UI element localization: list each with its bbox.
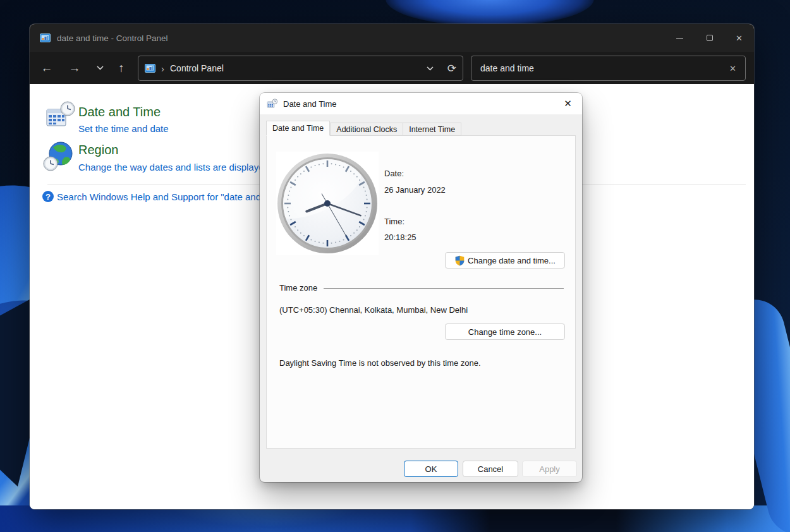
result-region-link[interactable]: Region <box>78 143 118 157</box>
dialog-close-icon: ✕ <box>564 98 572 109</box>
clock-face <box>276 152 379 255</box>
help-icon: ? <box>42 191 54 202</box>
time-label: Time: <box>384 217 404 226</box>
forward-button[interactable]: → <box>65 52 84 84</box>
dialog-date-time-icon <box>267 99 278 109</box>
refresh-icon[interactable]: ⟳ <box>447 62 456 75</box>
date-value: 26 January 2022 <box>384 185 446 195</box>
tab-additional-clocks[interactable]: Additional Clocks <box>330 123 403 136</box>
date-time-dialog: Date and Time ✕ Date and Time Additional… <box>260 93 582 482</box>
address-dropdown-icon[interactable] <box>427 66 434 71</box>
close-icon: ✕ <box>736 33 743 43</box>
back-icon: ← <box>41 61 53 75</box>
change-time-zone-button[interactable]: Change time zone... <box>445 323 565 340</box>
minimize-icon <box>676 38 683 39</box>
close-button[interactable]: ✕ <box>724 24 754 52</box>
timezone-value: (UTC+05:30) Chennai, Kolkata, Mumbai, Ne… <box>279 305 468 315</box>
breadcrumb[interactable]: Control Panel <box>170 63 224 73</box>
date-time-icon <box>46 100 76 131</box>
cancel-button[interactable]: Cancel <box>463 461 518 477</box>
tab-date-and-time[interactable]: Date and Time <box>266 121 330 136</box>
navigation-toolbar: ← → ↑ › Control Panel ⟳ <box>30 52 754 84</box>
dialog-tabstrip: Date and Time Additional Clocks Internet… <box>266 121 461 136</box>
maximize-icon <box>707 35 713 41</box>
apply-button[interactable]: Apply <box>522 461 577 477</box>
result-date-and-time-subtitle[interactable]: Set the time and date <box>78 123 169 134</box>
change-time-zone-label: Change time zone... <box>468 327 542 337</box>
up-icon: ↑ <box>118 61 125 75</box>
up-button[interactable]: ↑ <box>112 52 131 84</box>
result-date-and-time-link[interactable]: Date and Time <box>78 105 161 119</box>
dialog-close-button[interactable]: ✕ <box>554 93 582 114</box>
desktop: date and time - Control Panel ✕ ← → ↑ <box>0 0 790 532</box>
window-titlebar[interactable]: date and time - Control Panel ✕ <box>30 24 754 52</box>
clock-center-cap <box>324 200 331 207</box>
forward-icon: → <box>69 61 81 75</box>
dialog-titlebar[interactable]: Date and Time ✕ <box>260 93 582 114</box>
dialog-title: Date and Time <box>283 99 337 109</box>
control-panel-icon <box>145 64 155 73</box>
maximize-button[interactable] <box>695 24 724 52</box>
address-bar[interactable]: › Control Panel ⟳ <box>138 56 463 81</box>
date-label: Date: <box>384 169 404 178</box>
back-button[interactable]: ← <box>37 52 56 84</box>
timezone-section-line <box>324 288 564 289</box>
analog-clock <box>276 152 379 255</box>
time-value: 20:18:25 <box>384 233 416 242</box>
search-box[interactable]: date and time ✕ <box>471 56 746 81</box>
help-search-link[interactable]: Search Windows Help and Support for "dat… <box>57 191 261 202</box>
dst-note: Daylight Saving Time is not observed by … <box>279 358 481 368</box>
uac-shield-icon <box>454 255 465 266</box>
change-date-time-button[interactable]: Change date and time... <box>445 252 565 269</box>
ok-button[interactable]: OK <box>404 461 458 477</box>
change-date-time-label: Change date and time... <box>468 256 556 265</box>
window-title: date and time - Control Panel <box>57 33 168 43</box>
recent-pages-button[interactable] <box>90 52 109 84</box>
tab-internet-time[interactable]: Internet Time <box>403 123 461 136</box>
breadcrumb-chevron-icon: › <box>161 63 164 74</box>
chevron-down-icon <box>97 66 104 70</box>
timezone-section-label: Time zone <box>279 283 317 293</box>
region-icon <box>42 140 75 172</box>
search-input[interactable]: date and time <box>480 63 534 73</box>
control-panel-icon <box>40 33 51 43</box>
search-clear-icon[interactable]: ✕ <box>729 64 736 73</box>
minimize-button[interactable] <box>665 24 695 52</box>
date-time-tab-page: Date: 26 January 2022 Time: 20:18:25 Cha… <box>266 135 576 449</box>
result-region-subtitle[interactable]: Change the way dates and lists are displ… <box>78 162 264 172</box>
wallpaper-bloom-arc <box>386 0 594 27</box>
